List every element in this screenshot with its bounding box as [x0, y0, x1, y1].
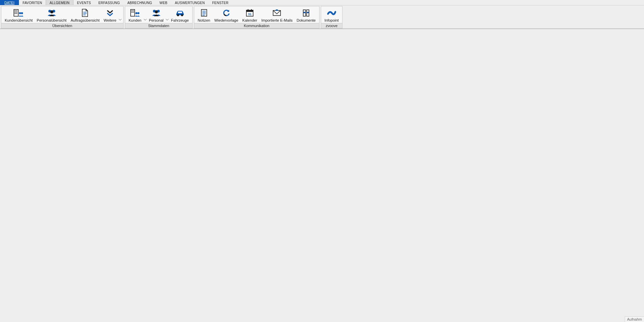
double-chevron-down-icon	[106, 8, 114, 18]
kundenuebersicht-label: Kundenübersicht	[5, 18, 33, 22]
svg-point-29	[155, 10, 158, 14]
statusbar-text: Aufnahm	[625, 316, 644, 322]
svg-rect-20	[132, 10, 133, 11]
people-group-small-icon	[152, 8, 161, 18]
tab-events[interactable]: EVENTS	[73, 0, 95, 5]
svg-rect-19	[131, 10, 132, 11]
group-uebersichten: Kundenübersicht Personalübersicht	[1, 6, 124, 28]
building-people-icon	[14, 8, 24, 18]
svg-rect-41	[251, 9, 252, 11]
weitere-label: Weitere	[104, 18, 116, 22]
svg-rect-3	[17, 10, 17, 11]
weitere-dropdown[interactable]	[118, 19, 122, 23]
refresh-icon	[222, 8, 231, 18]
envelope-icon	[272, 8, 282, 18]
notes-icon	[200, 8, 208, 18]
group-zvoove-title: zvoove	[321, 23, 342, 28]
svg-point-31	[181, 14, 183, 16]
kundenuebersicht-button[interactable]: Kundenübersicht	[3, 7, 35, 23]
importierte-emails-button[interactable]: Importierte E-Mails	[259, 7, 294, 23]
group-kommunikation: Notizen Wiedervorlage	[194, 6, 319, 28]
group-stammdaten-title: Stammdaten	[125, 23, 192, 28]
dokumente-button[interactable]: Dokumente	[294, 7, 317, 23]
svg-point-26	[137, 12, 139, 14]
svg-rect-23	[132, 12, 133, 13]
auftragsuebersicht-label: Auftragsübersicht	[71, 18, 100, 22]
svg-point-30	[177, 14, 179, 16]
svg-rect-4	[15, 12, 15, 13]
kunden-dropdown[interactable]	[143, 19, 147, 23]
ribbon: Kundenübersicht Personalübersicht	[0, 5, 644, 29]
menubar: DATEI FAVORITEN ALLGEMEIN EVENTS ERFASSU…	[0, 0, 644, 5]
group-stammdaten: Kunden Personal	[125, 6, 193, 28]
svg-rect-48	[307, 12, 309, 13]
svg-rect-2	[16, 10, 16, 11]
tab-allgemein[interactable]: ALLGEMEIN	[46, 0, 73, 5]
group-uebersichten-title: Übersichten	[1, 23, 123, 28]
dokumente-label: Dokumente	[296, 18, 315, 22]
personaluebersicht-label: Personalübersicht	[37, 18, 67, 22]
group-zvoove: Infopoint zvoove	[321, 6, 342, 28]
svg-rect-9	[17, 13, 17, 14]
wiedervorlage-label: Wiedervorlage	[214, 18, 238, 22]
svg-rect-21	[133, 10, 134, 11]
svg-rect-1	[15, 10, 15, 11]
tab-favoriten[interactable]: FAVORITEN	[19, 0, 46, 5]
fahrzeuge-button[interactable]: Fahrzeuge	[169, 7, 191, 23]
svg-rect-8	[16, 13, 16, 14]
kalender-label: Kalender	[242, 18, 257, 22]
importierte-emails-label: Importierte E-Mails	[261, 18, 292, 22]
kunden-label: Kunden	[129, 18, 141, 22]
personal-dropdown[interactable]	[165, 19, 169, 23]
personal-label: Personal	[149, 18, 163, 22]
personaluebersicht-button[interactable]: Personalübersicht	[35, 7, 69, 23]
auftragsuebersicht-button[interactable]: Auftragsübersicht	[69, 7, 102, 23]
svg-rect-32	[178, 12, 182, 13]
svg-point-14	[50, 10, 53, 14]
car-icon	[175, 8, 185, 18]
tab-abrechnung[interactable]: ABRECHNUNG	[124, 0, 156, 5]
personal-button[interactable]: Personal	[147, 7, 165, 23]
svg-rect-39	[246, 10, 253, 12]
svg-text:31: 31	[248, 13, 251, 16]
kalender-button[interactable]: 31 Kalender	[240, 7, 259, 23]
wiedervorlage-button[interactable]: Wiedervorlage	[212, 7, 240, 23]
svg-rect-40	[248, 9, 248, 11]
tab-datei[interactable]: DATEI	[0, 0, 19, 5]
svg-rect-24	[133, 12, 134, 13]
svg-point-25	[135, 12, 137, 14]
building-people-small-icon	[130, 8, 140, 18]
svg-rect-7	[15, 13, 15, 14]
infopoint-button[interactable]: Infopoint	[323, 7, 341, 23]
binders-icon	[302, 8, 311, 18]
document-lines-icon	[81, 8, 89, 18]
group-kommunikation-title: Kommunikation	[194, 23, 319, 28]
tab-erfassung[interactable]: ERFASSUNG	[95, 0, 124, 5]
infopoint-label: Infopoint	[325, 18, 339, 22]
svg-point-11	[21, 12, 23, 14]
svg-rect-22	[131, 12, 132, 13]
tab-auswertungen[interactable]: AUSWERTUNGEN	[171, 0, 208, 5]
tab-web[interactable]: WEB	[156, 0, 171, 5]
infopoint-logo-icon	[327, 8, 336, 18]
svg-point-10	[19, 12, 21, 14]
calendar-icon: 31	[245, 8, 254, 18]
svg-rect-44	[276, 9, 278, 11]
people-group-icon	[47, 8, 57, 18]
kunden-button[interactable]: Kunden	[127, 7, 143, 23]
tab-fenster[interactable]: FENSTER	[208, 0, 232, 5]
svg-rect-5	[16, 12, 16, 13]
fahrzeuge-label: Fahrzeuge	[171, 18, 189, 22]
notizen-button[interactable]: Notizen	[196, 7, 212, 23]
svg-rect-6	[17, 12, 17, 13]
weitere-button[interactable]: Weitere	[102, 7, 118, 23]
svg-rect-47	[304, 12, 305, 13]
notizen-label: Notizen	[198, 18, 210, 22]
